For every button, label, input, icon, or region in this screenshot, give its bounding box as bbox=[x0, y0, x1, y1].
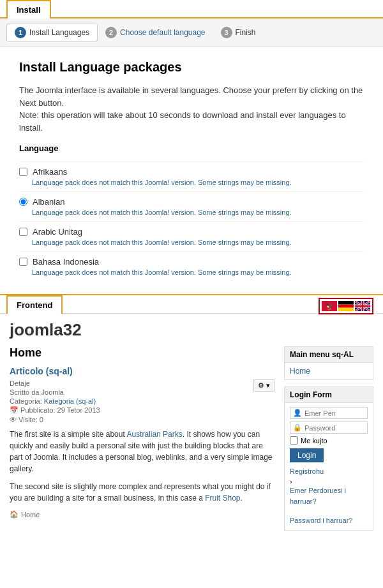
lang-warning-afrikaans: Language pack does not match this Joomla… bbox=[19, 179, 364, 186]
install-tab-bar: Install bbox=[0, 0, 383, 18]
gear-icon: ⚙ bbox=[258, 381, 264, 390]
meta-category-link[interactable]: Kategoria (sq-al) bbox=[44, 397, 96, 405]
menu-home-link[interactable]: Home bbox=[290, 367, 310, 376]
step-1-label: Install Languages bbox=[29, 28, 89, 37]
login-form-title: Login Form bbox=[285, 387, 373, 403]
svg-rect-1 bbox=[338, 301, 354, 304]
lang-item-afrikaans: Afrikaans Language pack does not match t… bbox=[19, 161, 364, 191]
lang-checkbox-afrikaans[interactable] bbox=[19, 168, 27, 176]
password-input[interactable] bbox=[304, 424, 364, 432]
login-links: Registrohu › Emer Perdoruesi i harruar? … bbox=[290, 466, 368, 526]
svg-rect-2 bbox=[338, 304, 354, 307]
language-column-header: Language bbox=[19, 143, 364, 156]
australian-parks-link[interactable]: Australian Parks bbox=[126, 430, 182, 439]
home-heading: Home bbox=[10, 346, 274, 360]
user-icon: 👤 bbox=[293, 409, 302, 417]
frontend-tab[interactable]: Frontend bbox=[6, 295, 63, 314]
eye-icon: 👁 bbox=[10, 416, 17, 423]
flag-german bbox=[338, 301, 354, 311]
frontend-content: 🦅 joomla32 bbox=[0, 314, 383, 543]
lang-name-arabic: Arabic Unitag bbox=[33, 227, 82, 237]
lang-name-bahasa: Bahasa Indonesia bbox=[33, 257, 99, 267]
lang-name-albanian: Albanian bbox=[33, 197, 65, 207]
lang-checkbox-arabic[interactable] bbox=[19, 228, 27, 236]
lang-checkbox-bahasa[interactable] bbox=[19, 258, 27, 266]
lang-radio-albanian[interactable] bbox=[19, 198, 27, 206]
main-menu-box: Main menu sq-AL Home bbox=[284, 346, 373, 380]
page-title: Install Language packages bbox=[19, 60, 364, 75]
meta-date: 📅 Pubblicato: 29 Tetor 2013 bbox=[10, 406, 274, 415]
install-content: Install Language packages The Joomla int… bbox=[0, 47, 383, 294]
main-menu-title: Main menu sq-AL bbox=[285, 347, 373, 363]
sidebar: Main menu sq-AL Home Login Form 👤 bbox=[284, 346, 373, 537]
login-button[interactable]: Login bbox=[290, 448, 324, 462]
gear-button[interactable]: ⚙ ▾ bbox=[253, 379, 274, 392]
meta-category-label: Categoria: bbox=[10, 397, 42, 405]
step-1-num: 1 bbox=[15, 27, 26, 38]
lock-icon: 🔒 bbox=[293, 423, 302, 432]
wizard-step-3[interactable]: 3 Finish bbox=[213, 24, 264, 41]
frontend-layout: Home Articolo (sq-al) ⚙ ▾ Detaje Scritto… bbox=[10, 346, 373, 537]
login-form-box: Login Form 👤 🔒 Me kujto bbox=[284, 386, 373, 531]
meta-label: Detaje bbox=[10, 379, 274, 387]
wizard-steps: 1 Install Languages 2 Choose default lan… bbox=[0, 18, 383, 47]
username-input[interactable] bbox=[304, 409, 364, 417]
forgot-password-link[interactable]: Password i harruar? bbox=[290, 515, 368, 527]
lang-name-afrikaans: Afrikaans bbox=[33, 167, 67, 177]
flag-albanian: 🦅 bbox=[322, 301, 337, 311]
meta-author: Scritto da Joomla bbox=[10, 388, 274, 396]
main-menu-content: Home bbox=[285, 363, 373, 379]
meta-category: Categoria: Kategoria (sq-al) bbox=[10, 397, 274, 405]
svg-text:🦅: 🦅 bbox=[326, 302, 334, 311]
flag-group[interactable]: 🦅 bbox=[319, 298, 373, 314]
description: The Joomla interface is available in sev… bbox=[19, 84, 364, 134]
lang-warning-bahasa: Language pack does not match this Joomla… bbox=[19, 268, 364, 276]
svg-rect-3 bbox=[338, 308, 354, 311]
username-field-row: 👤 bbox=[290, 407, 368, 419]
calendar-icon: 📅 bbox=[10, 406, 19, 414]
breadcrumb: 🏠 Home bbox=[10, 510, 274, 518]
forgot-username-link[interactable]: Emer Perdoruesi i harruar? bbox=[290, 485, 368, 508]
step-3-num: 3 bbox=[221, 27, 232, 38]
register-link[interactable]: Registrohu bbox=[290, 466, 368, 478]
home-icon: 🏠 bbox=[10, 510, 19, 518]
lang-item-arabic: Arabic Unitag Language pack does not mat… bbox=[19, 221, 364, 251]
install-tab[interactable]: Install bbox=[6, 0, 51, 18]
wizard-step-2[interactable]: 2 Choose default language bbox=[98, 24, 213, 41]
article-text-1: The first site is a simple site about Au… bbox=[10, 429, 274, 474]
desc-line-2: Note: this operation will take about 10 … bbox=[19, 110, 346, 133]
step-2-label: Choose default language bbox=[120, 28, 205, 37]
step-3-label: Finish bbox=[236, 28, 256, 37]
article-title[interactable]: Articolo (sq-al) bbox=[10, 366, 274, 376]
main-column: Home Articolo (sq-al) ⚙ ▾ Detaje Scritto… bbox=[10, 346, 274, 537]
lang-warning-arabic: Language pack does not match this Joomla… bbox=[19, 239, 364, 246]
lang-warning-albanian: Language pack does not match this Joomla… bbox=[19, 209, 364, 216]
login-form: 👤 🔒 Me kujto Login Re bbox=[285, 403, 373, 530]
article-text-2: The second site is slightly more complex… bbox=[10, 481, 274, 504]
remember-me-checkbox[interactable] bbox=[290, 436, 298, 445]
step-2-num: 2 bbox=[105, 27, 117, 38]
gear-dropdown-icon: ▾ bbox=[266, 381, 270, 390]
meta-views: 👁 Visite: 0 bbox=[10, 416, 274, 423]
remember-me-row: Me kujto bbox=[290, 436, 368, 445]
wizard-step-1[interactable]: 1 Install Languages bbox=[6, 24, 98, 41]
lang-item-bahasa: Bahasa Indonesia Language pack does not … bbox=[19, 251, 364, 281]
fruit-shop-link[interactable]: Fruit Shop bbox=[205, 494, 240, 503]
password-field-row: 🔒 bbox=[290, 422, 368, 434]
remember-me-label: Me kujto bbox=[301, 437, 327, 445]
desc-line-1: The Joomla interface is available in sev… bbox=[19, 85, 363, 108]
frontend-section: Frontend 🦅 bbox=[0, 294, 383, 543]
lang-item-albanian: Albanian Language pack does not match th… bbox=[19, 191, 364, 221]
flag-uk bbox=[355, 301, 370, 311]
article-meta: Detaje Scritto da Joomla Categoria: Kate… bbox=[10, 379, 274, 423]
site-title: joomla32 bbox=[10, 320, 373, 340]
